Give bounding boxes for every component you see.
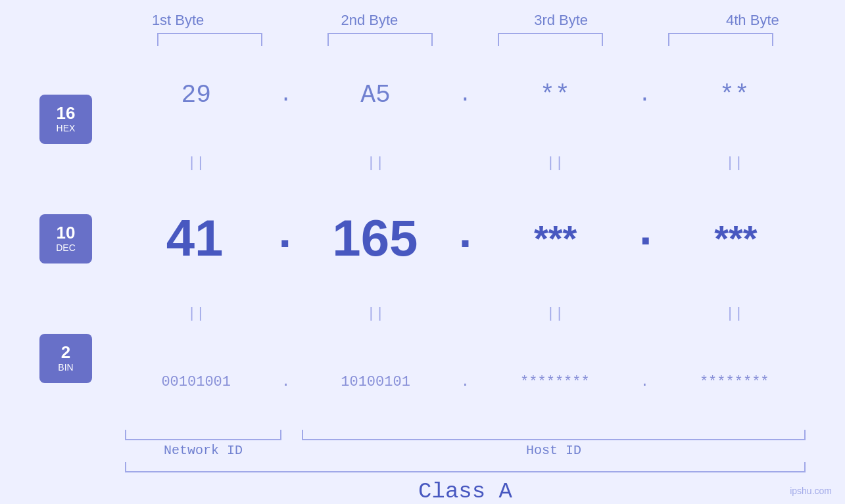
byte1-header: 1st Byte xyxy=(112,12,244,29)
hex-dot3-cell: . xyxy=(631,83,658,107)
byte3-header: 3rd Byte xyxy=(495,12,627,29)
eq2-b2: || xyxy=(310,306,441,322)
dec-b4: *** xyxy=(714,217,757,260)
dec-row: 41 . 165 . *** . *** xyxy=(125,206,806,271)
bracket1-container xyxy=(144,33,276,46)
hex-dot1: . xyxy=(279,83,292,107)
bin-dot2-cell: . xyxy=(452,374,478,390)
dec-b2-cell: 165 xyxy=(309,208,441,268)
dec-dot3: . xyxy=(632,210,660,262)
eq1-b1: || xyxy=(130,155,262,172)
dec-dot1-cell: . xyxy=(268,212,301,265)
eq1-b3: || xyxy=(489,155,621,172)
network-bracket xyxy=(125,430,281,440)
bin-b2: 10100101 xyxy=(341,374,410,390)
bin-badge: 2 BIN xyxy=(39,334,92,383)
bin-b4-cell: ******** xyxy=(669,374,800,390)
hex-dot2-cell: . xyxy=(452,83,478,107)
bin-label: BIN xyxy=(58,362,73,373)
host-id-label: Host ID xyxy=(302,443,806,458)
dec-label: DEC xyxy=(56,242,76,253)
bracket1-top xyxy=(157,33,262,46)
hex-dot1-cell: . xyxy=(273,83,299,107)
bin-b4: ******** xyxy=(700,374,769,390)
bin-number: 2 xyxy=(61,344,70,361)
dec-dot2-cell: . xyxy=(448,212,481,265)
watermark: ipshu.com xyxy=(790,486,832,496)
network-id-label: Network ID xyxy=(125,443,281,458)
bin-b1-cell: 00101001 xyxy=(130,374,262,390)
hex-label: HEX xyxy=(57,123,76,133)
byte4-header: 4th Byte xyxy=(687,12,818,29)
bin-dot1-cell: . xyxy=(273,374,299,390)
dec-b1-cell: 41 xyxy=(129,208,260,268)
eq2-b3: || xyxy=(489,306,621,322)
hex-b4-cell: ** xyxy=(669,81,800,109)
host-bracket xyxy=(302,430,806,440)
dec-b1: 41 xyxy=(166,208,224,268)
dec-badge: 10 DEC xyxy=(39,214,92,263)
bin-dot3-cell: . xyxy=(631,374,658,390)
eq2-b4: || xyxy=(669,306,800,322)
hex-b2-cell: A5 xyxy=(310,81,441,109)
dec-number: 10 xyxy=(57,224,76,241)
eq1-b2: || xyxy=(310,155,441,172)
bin-dot2: . xyxy=(461,374,470,390)
hex-b2: A5 xyxy=(360,81,391,109)
bin-b2-cell: 10100101 xyxy=(310,374,441,390)
bin-b3-cell: ******** xyxy=(489,374,621,390)
hex-b1: 29 xyxy=(181,81,211,109)
bin-dot1: . xyxy=(281,374,290,390)
main-container: 1st Byte 2nd Byte 3rd Byte 4th Byte 16 H… xyxy=(0,0,845,504)
byte2-header: 2nd Byte xyxy=(304,12,435,29)
bracket3-top xyxy=(498,33,603,46)
data-columns: 29 . A5 . ** . ** xyxy=(125,53,806,424)
hex-badge: 16 HEX xyxy=(39,95,92,144)
hex-b3-cell: ** xyxy=(489,81,621,109)
equals-row-2: || || || || xyxy=(125,304,806,323)
class-label: Class A xyxy=(125,479,806,504)
bracket3-container xyxy=(485,33,616,46)
dec-b4-cell: *** xyxy=(670,217,802,260)
hex-dot3: . xyxy=(639,83,651,107)
hex-b3: ** xyxy=(540,81,570,109)
hex-b1-cell: 29 xyxy=(130,81,262,109)
eq1-b4: || xyxy=(669,155,800,172)
eq2-b1: || xyxy=(130,306,262,322)
bin-row: 00101001 . 10100101 . ******** . xyxy=(125,355,806,408)
left-labels: 16 HEX 10 DEC 2 BIN xyxy=(39,53,125,424)
dec-dot1: . xyxy=(271,212,299,265)
bin-dot3: . xyxy=(640,374,649,390)
bottom-area: Network ID Host ID Class A xyxy=(125,424,806,504)
bottom-brackets xyxy=(125,424,806,440)
equals-row-1: || || || || xyxy=(125,154,806,173)
hex-row: 29 . A5 . ** . ** xyxy=(125,69,806,122)
bin-b3: ******** xyxy=(520,374,590,390)
id-labels: Network ID Host ID xyxy=(125,443,806,458)
full-bottom-bracket xyxy=(125,462,806,472)
hex-number: 16 xyxy=(57,104,76,122)
bracket4-container xyxy=(655,33,786,46)
bracket4-top xyxy=(668,33,773,46)
dec-b3: *** xyxy=(534,217,577,260)
dec-dot2: . xyxy=(451,212,479,265)
bracket2-top xyxy=(327,33,433,46)
bracket2-container xyxy=(314,33,446,46)
bin-b1: 00101001 xyxy=(161,374,231,390)
main-grid: 16 HEX 10 DEC 2 BIN 29 . xyxy=(39,53,806,424)
hex-b4: ** xyxy=(719,81,750,109)
hex-dot2: . xyxy=(459,83,471,107)
top-brackets xyxy=(125,33,806,46)
byte-headers: 1st Byte 2nd Byte 3rd Byte 4th Byte xyxy=(82,12,845,29)
dec-dot3-cell: . xyxy=(629,210,662,267)
label-gap xyxy=(281,443,302,458)
dec-b2: 165 xyxy=(332,208,418,268)
dec-b3-cell: *** xyxy=(490,217,621,260)
